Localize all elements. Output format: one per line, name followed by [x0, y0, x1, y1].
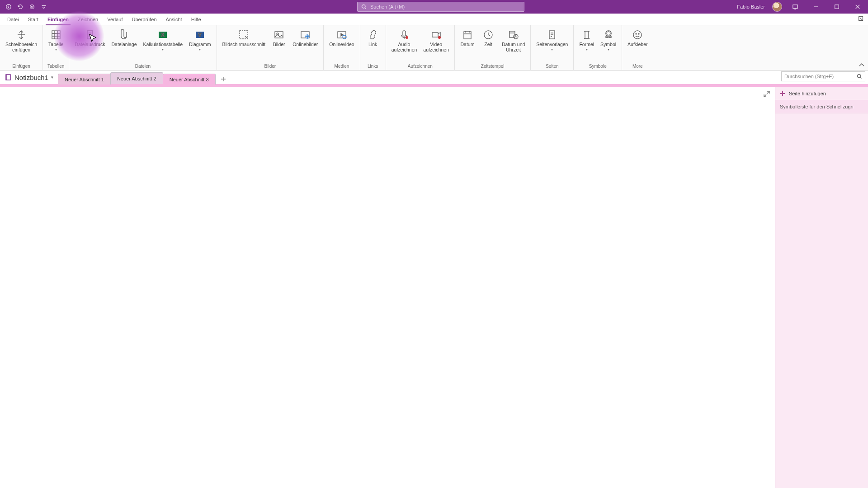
- title-right-controls: Fabio Basler: [737, 0, 868, 14]
- chevron-down-icon: ▾: [551, 47, 553, 52]
- btn-onlinebilder[interactable]: Onlinebilder: [290, 27, 321, 47]
- section-tab-2[interactable]: Neuer Abschnitt 2: [110, 72, 163, 84]
- picture-icon: [273, 29, 285, 41]
- svg-rect-6: [835, 5, 839, 9]
- svg-point-4: [362, 5, 366, 9]
- section-bar: Notizbuch1 ▾ Neuer Abschnitt 1 Neuer Abs…: [0, 70, 868, 84]
- group-aufzeichnen: Audio aufzeichnen Video aufzeichnen Aufz…: [386, 25, 455, 70]
- btn-seitenvorlagen[interactable]: Seitenvorlagen ▾: [533, 27, 571, 52]
- page-template-icon: [546, 29, 558, 41]
- tab-ueberpruefen[interactable]: Überprüfen: [127, 14, 161, 25]
- btn-onlinevideo[interactable]: Onlinevideo: [326, 27, 357, 47]
- notebook-selector[interactable]: Notizbuch1 ▾: [0, 70, 58, 84]
- btn-datum-uhrzeit[interactable]: Datum und Uhrzeit: [499, 27, 528, 52]
- screenclip-icon: [238, 29, 250, 41]
- page-item[interactable]: Symbolleiste für den Schnellzugri: [775, 100, 868, 113]
- btn-bildschirmausschnitt[interactable]: Bildschirmausschnitt: [220, 27, 269, 47]
- calendar-clock-icon: [508, 29, 519, 41]
- page-search[interactable]: Durchsuchen (Strg+E): [781, 71, 865, 81]
- svg-rect-27: [509, 31, 515, 38]
- search-placeholder: Suchen (Alt+M): [370, 4, 405, 9]
- share-icon[interactable]: [857, 15, 865, 23]
- user-name[interactable]: Fabio Basler: [737, 4, 765, 9]
- maximize-button[interactable]: [829, 0, 844, 14]
- tab-hilfe[interactable]: Hilfe: [187, 14, 206, 25]
- tab-zeichnen[interactable]: Zeichnen: [73, 14, 103, 25]
- group-bilder: Bildschirmausschnitt Bilder Onlinebilder…: [217, 25, 324, 70]
- btn-zeit[interactable]: Zeit: [478, 27, 498, 47]
- add-section-button[interactable]: [218, 74, 229, 84]
- tab-start[interactable]: Start: [24, 14, 43, 25]
- group-medien: Onlinevideo Medien: [324, 25, 360, 70]
- menu-tabs: Datei Start Einfügen Zeichnen Verlauf Üb…: [0, 14, 868, 25]
- btn-schreibbereich[interactable]: Schreibbereich einfügen: [3, 27, 40, 52]
- btn-tabelle[interactable]: Tabelle ▾: [46, 27, 66, 52]
- btn-dateiausdruck[interactable]: Dateiausdruck: [72, 27, 108, 47]
- svg-rect-23: [432, 33, 438, 37]
- btn-link[interactable]: Link: [363, 27, 383, 47]
- group-dateien: Dateiausdruck Dateianlage X Kalkulations…: [69, 25, 217, 70]
- back-icon[interactable]: [5, 3, 13, 11]
- notebook-icon: [5, 74, 12, 81]
- page-canvas[interactable]: [0, 87, 775, 488]
- link-icon: [367, 29, 379, 41]
- tab-ansicht[interactable]: Ansicht: [161, 14, 187, 25]
- svg-point-0: [6, 5, 11, 9]
- qat-dropdown-icon[interactable]: [40, 3, 48, 11]
- spreadsheet-icon: X: [157, 29, 169, 41]
- btn-kalkulation[interactable]: X Kalkulationstabelle ▾: [141, 27, 186, 52]
- btn-bilder[interactable]: Bilder: [269, 27, 289, 47]
- collapse-ribbon-icon[interactable]: [858, 61, 865, 69]
- video-record-icon: [430, 29, 442, 41]
- plus-icon: [780, 91, 785, 96]
- group-tabellen: Tabelle ▾ Tabellen: [43, 25, 69, 70]
- section-tab-3[interactable]: Neuer Abschnitt 3: [163, 74, 216, 84]
- user-avatar[interactable]: [772, 2, 782, 12]
- chevron-down-icon: ▾: [586, 47, 588, 52]
- chevron-down-icon: ▾: [162, 47, 164, 52]
- svg-rect-15: [275, 32, 283, 38]
- page-search-placeholder: Durchsuchen (Strg+E): [784, 74, 857, 79]
- attachment-icon: [118, 29, 130, 41]
- global-search[interactable]: Suchen (Alt+M): [357, 2, 524, 12]
- btn-formel[interactable]: Formel ▾: [576, 27, 597, 52]
- touch-icon[interactable]: [28, 3, 36, 11]
- chevron-down-icon: ▾: [51, 75, 53, 80]
- group-links: Link Links: [360, 25, 386, 70]
- insert-space-icon: [15, 29, 27, 41]
- table-icon: [50, 29, 62, 41]
- sticker-icon: [632, 29, 643, 41]
- svg-point-32: [638, 33, 639, 34]
- quick-access-toolbar: [0, 3, 52, 11]
- svg-rect-25: [464, 32, 471, 39]
- ribbon: Schreibbereich einfügen Einfügen Tabelle…: [0, 25, 868, 70]
- tab-verlauf[interactable]: Verlauf: [103, 14, 127, 25]
- btn-video-aufzeichnen[interactable]: Video aufzeichnen: [420, 27, 452, 52]
- add-page-button[interactable]: Seite hinzufügen: [775, 87, 868, 100]
- btn-datum[interactable]: Datum: [458, 27, 477, 47]
- undo-icon[interactable]: [16, 3, 24, 11]
- btn-audio-aufzeichnen[interactable]: Audio aufzeichnen: [389, 27, 420, 52]
- btn-dateianlage[interactable]: Dateianlage: [108, 27, 139, 47]
- svg-text:X: X: [161, 32, 165, 38]
- group-symbole: Formel ▾ Symbol ▾ Symbole: [574, 25, 622, 70]
- search-icon: [361, 4, 367, 9]
- close-button[interactable]: [850, 0, 865, 14]
- expand-icon[interactable]: [763, 90, 770, 98]
- window-present-icon[interactable]: [788, 0, 803, 14]
- section-tab-1[interactable]: Neuer Abschnitt 1: [58, 74, 111, 84]
- page-list-panel: Seite hinzufügen Symbolleiste für den Sc…: [775, 87, 868, 488]
- minimize-button[interactable]: [808, 0, 824, 14]
- tab-datei[interactable]: Datei: [3, 14, 24, 25]
- btn-aufkleber[interactable]: Aufkleber: [625, 27, 650, 47]
- main-area: Seite hinzufügen Symbolleiste für den Sc…: [0, 87, 868, 488]
- chevron-down-icon: ▾: [608, 47, 609, 52]
- online-video-icon: [336, 29, 348, 41]
- group-seiten: Seitenvorlagen ▾ Seiten: [531, 25, 574, 70]
- chevron-down-icon: ▾: [55, 47, 57, 52]
- btn-diagramm[interactable]: V Diagramm ▾: [186, 27, 213, 52]
- calendar-icon: [462, 29, 473, 41]
- btn-symbol[interactable]: Symbol ▾: [598, 27, 619, 52]
- equation-icon: [581, 29, 593, 41]
- tab-einfuegen[interactable]: Einfügen: [43, 14, 73, 25]
